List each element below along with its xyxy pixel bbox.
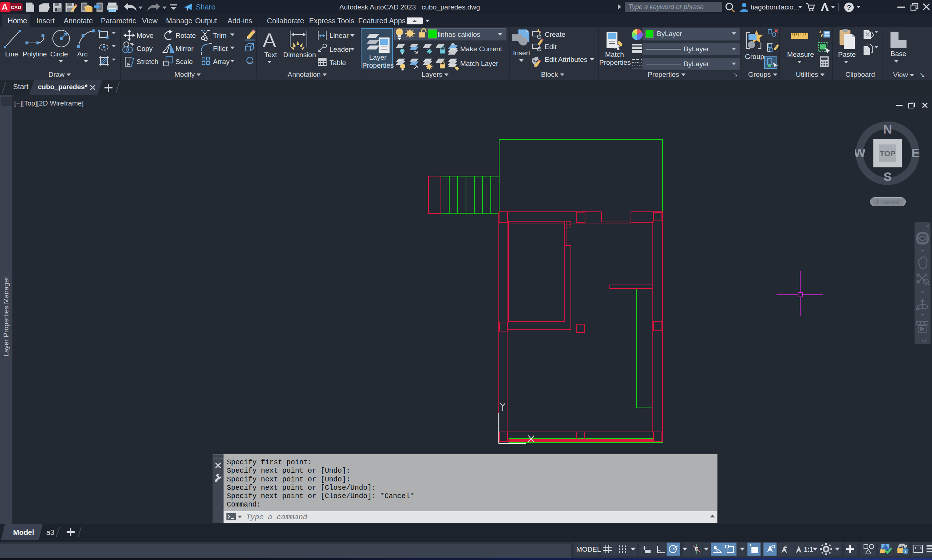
svg-text:A: A <box>262 29 276 52</box>
svg-text:?: ? <box>847 4 851 11</box>
svg-text:TOP: TOP <box>880 149 896 158</box>
svg-text:W: W <box>855 146 866 160</box>
svg-text:N: N <box>883 122 892 136</box>
svg-text:MODEL: MODEL <box>576 545 601 553</box>
svg-text:A: A <box>2 2 8 12</box>
svg-text:CAD: CAD <box>11 5 21 10</box>
svg-text:S: S <box>884 169 892 183</box>
svg-text:E: E <box>912 146 920 160</box>
svg-text:1:1: 1:1 <box>804 546 813 553</box>
svg-text:i: i <box>905 549 906 554</box>
